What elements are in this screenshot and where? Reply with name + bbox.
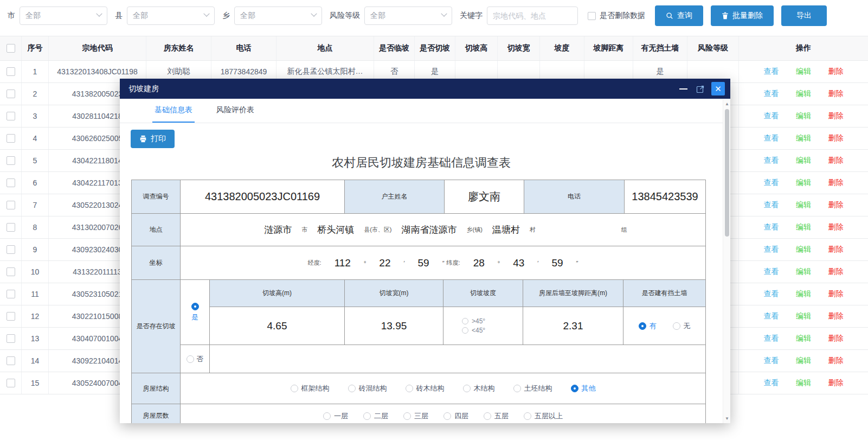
radio-wall-no[interactable]: [673, 322, 680, 330]
view-link[interactable]: 查看: [764, 356, 779, 366]
search-button[interactable]: 查询: [655, 5, 703, 26]
option-砖木结构[interactable]: 砖木结构: [406, 384, 445, 393]
modal-titlebar[interactable]: 切坡建房 ✕: [120, 79, 730, 99]
wall-yes-option[interactable]: 有: [639, 321, 657, 331]
radio-icon[interactable]: [403, 412, 411, 420]
view-link[interactable]: 查看: [764, 289, 779, 299]
view-link[interactable]: 查看: [764, 178, 779, 188]
cut-slope-no-option[interactable]: 否: [181, 345, 210, 373]
view-link[interactable]: 查看: [764, 67, 779, 76]
slope-lt45-option[interactable]: <45°: [462, 327, 485, 334]
option-木结构[interactable]: 木结构: [463, 384, 495, 393]
delete-link[interactable]: 删除: [828, 311, 844, 321]
city-select[interactable]: 全部: [20, 7, 107, 25]
delete-link[interactable]: 删除: [828, 133, 844, 143]
delete-link[interactable]: 删除: [828, 178, 844, 188]
delete-link[interactable]: 删除: [828, 67, 844, 76]
delete-link[interactable]: 删除: [828, 156, 844, 165]
tab-risk-evaluation[interactable]: 风险评价表: [214, 99, 256, 123]
row-checkbox[interactable]: [7, 334, 15, 343]
view-link[interactable]: 查看: [764, 200, 779, 210]
row-checkbox[interactable]: [7, 356, 15, 365]
option-二层[interactable]: 二层: [363, 411, 388, 421]
radio-gt45[interactable]: [462, 318, 468, 324]
radio-icon[interactable]: [524, 412, 531, 420]
edit-link[interactable]: 编辑: [796, 67, 811, 76]
batch-delete-button[interactable]: 批量删除: [711, 5, 774, 26]
delete-link[interactable]: 删除: [828, 200, 844, 210]
cut-slope-yes-option[interactable]: 是: [181, 280, 210, 345]
delete-link[interactable]: 删除: [828, 245, 844, 254]
print-button[interactable]: 打印: [131, 130, 175, 148]
delete-link[interactable]: 删除: [828, 111, 844, 121]
row-checkbox[interactable]: [7, 134, 15, 143]
row-checkbox[interactable]: [7, 223, 15, 232]
view-link[interactable]: 查看: [764, 311, 779, 321]
radio-icon[interactable]: [406, 385, 413, 392]
minimize-icon[interactable]: [679, 88, 687, 90]
edit-link[interactable]: 编辑: [796, 334, 811, 343]
radio-icon[interactable]: [363, 412, 371, 420]
row-checkbox[interactable]: [7, 90, 15, 98]
edit-link[interactable]: 编辑: [796, 156, 811, 165]
row-checkbox[interactable]: [7, 245, 15, 254]
edit-link[interactable]: 编辑: [796, 311, 811, 321]
option-四层[interactable]: 四层: [443, 411, 468, 421]
view-link[interactable]: 查看: [764, 89, 779, 99]
row-checkbox[interactable]: [7, 178, 15, 187]
scroll-down-icon[interactable]: ▼: [723, 416, 731, 421]
county-select[interactable]: 全部: [127, 7, 215, 25]
delete-link[interactable]: 删除: [828, 289, 844, 299]
row-checkbox[interactable]: [7, 379, 15, 387]
radio-icon[interactable]: [571, 385, 578, 392]
delete-link[interactable]: 删除: [828, 356, 844, 366]
edit-link[interactable]: 编辑: [796, 111, 811, 121]
edit-link[interactable]: 编辑: [796, 133, 811, 143]
delete-link[interactable]: 删除: [828, 378, 844, 388]
radio-icon[interactable]: [348, 385, 356, 392]
option-土坯结构[interactable]: 土坯结构: [513, 384, 552, 393]
view-link[interactable]: 查看: [764, 133, 779, 143]
radio-icon[interactable]: [291, 385, 298, 392]
row-checkbox[interactable]: [7, 290, 15, 298]
option-砖混结构[interactable]: 砖混结构: [348, 384, 387, 393]
row-checkbox[interactable]: [7, 112, 15, 120]
option-三层[interactable]: 三层: [403, 411, 428, 421]
view-link[interactable]: 查看: [764, 111, 779, 121]
view-link[interactable]: 查看: [764, 378, 779, 388]
row-checkbox[interactable]: [7, 201, 15, 209]
scroll-up-icon[interactable]: ▲: [723, 101, 731, 106]
tab-basic-info[interactable]: 基础信息表: [152, 99, 195, 123]
edit-link[interactable]: 编辑: [796, 222, 811, 232]
edit-link[interactable]: 编辑: [796, 356, 811, 366]
option-框架结构[interactable]: 框架结构: [291, 384, 330, 393]
select-all-checkbox[interactable]: [7, 44, 15, 53]
row-checkbox[interactable]: [7, 312, 15, 321]
radio-icon[interactable]: [323, 412, 331, 420]
option-五层以上[interactable]: 五层以上: [524, 411, 563, 421]
radio-lt45[interactable]: [462, 327, 468, 334]
edit-link[interactable]: 编辑: [796, 178, 811, 188]
close-icon[interactable]: ✕: [711, 82, 725, 95]
view-link[interactable]: 查看: [764, 156, 779, 165]
edit-link[interactable]: 编辑: [796, 89, 811, 99]
edit-link[interactable]: 编辑: [796, 378, 811, 388]
row-checkbox[interactable]: [7, 156, 15, 165]
radio-no[interactable]: [187, 355, 194, 363]
radio-icon[interactable]: [484, 412, 491, 420]
view-link[interactable]: 查看: [764, 222, 779, 232]
row-checkbox[interactable]: [7, 267, 15, 276]
radio-wall-yes[interactable]: [639, 322, 646, 330]
maximize-icon[interactable]: [696, 85, 705, 93]
scrollbar-thumb[interactable]: [725, 109, 729, 237]
edit-link[interactable]: 编辑: [796, 289, 811, 299]
option-其他[interactable]: 其他: [571, 384, 596, 393]
option-一层[interactable]: 一层: [323, 411, 348, 421]
modal-scrollbar[interactable]: ▲ ▼: [723, 99, 730, 423]
view-link[interactable]: 查看: [764, 334, 779, 343]
row-checkbox[interactable]: [7, 67, 15, 76]
radio-icon[interactable]: [443, 412, 451, 420]
view-link[interactable]: 查看: [764, 267, 779, 277]
wall-no-option[interactable]: 无: [673, 321, 691, 331]
delete-link[interactable]: 删除: [828, 334, 844, 343]
